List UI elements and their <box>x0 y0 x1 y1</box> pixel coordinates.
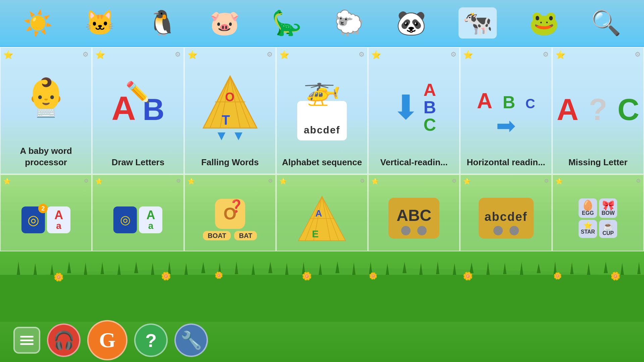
cell-train-word[interactable]: ⭐ ⚙ abcdef <box>460 174 552 251</box>
falling-words-image: O T ▼ ▼ <box>197 60 264 154</box>
flash-cards-2-image: ◎ A a <box>113 187 162 243</box>
cell-label-horizontal-reading: Horizontal readin... <box>466 154 547 172</box>
svg-marker-49 <box>537 263 541 273</box>
gear-icon[interactable]: ⚙ <box>84 178 89 185</box>
svg-marker-32 <box>252 263 255 275</box>
svg-marker-53 <box>604 262 608 273</box>
cell-falling-words[interactable]: ⭐ ⚙ O T <box>184 47 276 174</box>
gear-icon[interactable]: ⚙ <box>636 178 641 185</box>
svg-marker-27 <box>168 261 171 274</box>
gear-icon[interactable]: ⚙ <box>543 50 549 60</box>
cell-word-pictures[interactable]: ⭐ ⚙ 🥚 EGG 🎀 BOW ⭐ <box>552 174 644 251</box>
svg-marker-29 <box>201 262 205 273</box>
star-icon: ⭐ <box>187 50 198 60</box>
bottom-nav-bar: 🎧 G ? 🔧 <box>0 318 644 362</box>
gear-icon[interactable]: ⚙ <box>450 50 457 60</box>
cell-flash-cards-2[interactable]: ⭐ ⚙ ◎ A a <box>92 174 184 251</box>
top-icon-panda[interactable]: 🐼 <box>396 9 426 37</box>
top-icon-pig[interactable]: 🐷 <box>210 9 240 37</box>
cell-odd-one-out[interactable]: ⭐ ⚙ O ❓ BOAT BAT <box>184 174 276 251</box>
gear-icon[interactable]: ⚙ <box>360 178 365 185</box>
top-icon-magnifier[interactable]: 🔍 <box>591 9 621 37</box>
top-icon-sun[interactable]: ☀️ <box>23 11 53 35</box>
svg-marker-37 <box>335 261 339 273</box>
settings-button[interactable]: 🔧 <box>174 323 208 357</box>
help-button[interactable]: ? <box>134 323 168 357</box>
top-icon-cow[interactable]: 🐄 <box>459 7 497 39</box>
gear-icon[interactable]: ⚙ <box>267 50 273 60</box>
svg-text:🌼: 🌼 <box>553 272 562 280</box>
svg-marker-31 <box>235 261 238 274</box>
star-icon: ⭐ <box>3 178 11 185</box>
gear-icon[interactable]: ⚙ <box>635 50 641 60</box>
pyramid-letters-image: A E <box>295 187 349 248</box>
svg-text:E: E <box>312 228 319 239</box>
svg-marker-25 <box>134 262 138 273</box>
svg-marker-42 <box>419 263 423 275</box>
svg-marker-47 <box>503 263 506 274</box>
svg-marker-48 <box>520 262 523 275</box>
grid-container: ⭐ ⚙ 👶 ⌨️ A baby word processor ⭐ ⚙ <box>0 47 644 251</box>
svg-marker-45 <box>470 262 474 273</box>
gear-icon[interactable]: ⚙ <box>83 50 89 60</box>
star-icon: ⭐ <box>463 178 471 185</box>
gear-icon[interactable]: ⚙ <box>359 50 365 60</box>
horizontal-arrow-image: A B C ➡ <box>477 60 535 154</box>
svg-marker-34 <box>285 263 288 275</box>
cell-label-flash-cards-2 <box>137 243 139 249</box>
main-area: ⭐ ⚙ 👶 ⌨️ A baby word processor ⭐ ⚙ <box>0 47 644 362</box>
svg-marker-23 <box>101 262 104 274</box>
svg-text:🌼: 🌼 <box>161 271 171 281</box>
word-pictures-image: 🥚 EGG 🎀 BOW ⭐ STAR ☕ C <box>575 187 621 243</box>
cell-alphabet-sequence[interactable]: ⭐ ⚙ 🚁 abcdef Alphabet sequence <box>276 47 368 174</box>
svg-marker-20 <box>50 264 54 275</box>
top-icon-dragon[interactable]: 🦕 <box>272 9 302 37</box>
svg-text:🌼: 🌼 <box>215 271 223 279</box>
gear-icon[interactable]: ⚙ <box>175 50 181 60</box>
cell-header: ⭐ ⚙ <box>369 50 459 60</box>
game-row-2: ⭐ ⚙ ◎ 2 A a <box>0 174 644 251</box>
cell-train-abc[interactable]: ⭐ ⚙ ABC <box>368 174 460 251</box>
svg-marker-51 <box>570 262 574 274</box>
cell-horizontal-reading[interactable]: ⭐ ⚙ A B C ➡ Horizontal readin... <box>460 47 552 174</box>
cell-header: ⭐ ⚙ <box>1 178 91 185</box>
headphones-button[interactable]: 🎧 <box>47 323 80 357</box>
cell-header: ⭐ ⚙ <box>93 50 183 60</box>
svg-marker-22 <box>84 262 87 275</box>
gear-icon[interactable]: ⚙ <box>268 178 273 185</box>
top-icon-frog[interactable]: 🐸 <box>529 9 559 37</box>
cell-draw-letters[interactable]: ⭐ ⚙ A B ✏️ Draw Letters <box>92 47 184 174</box>
gear-icon[interactable]: ⚙ <box>544 178 549 185</box>
missing-letter-image: A ? C <box>557 60 639 154</box>
star-icon: ⭐ <box>463 50 473 60</box>
star-icon: ⭐ <box>371 50 381 60</box>
game-row-1: ⭐ ⚙ 👶 ⌨️ A baby word processor ⭐ ⚙ <box>0 47 644 174</box>
cell-pyramid-letters[interactable]: ⭐ ⚙ A E <box>276 174 368 251</box>
cell-vertical-reading[interactable]: ⭐ ⚙ ⬇ A B C Vertical-readin <box>368 47 460 174</box>
gear-icon[interactable]: ⚙ <box>176 178 181 185</box>
star-icon: ⭐ <box>187 178 195 185</box>
svg-marker-30 <box>218 262 221 275</box>
cell-label-draw-letters: Draw Letters <box>110 154 166 172</box>
top-icon-cat[interactable]: 🐱 <box>85 9 115 37</box>
star-icon: ⭐ <box>555 178 563 185</box>
star-icon: ⭐ <box>279 178 287 185</box>
cell-flash-cards-1[interactable]: ⭐ ⚙ ◎ 2 A a <box>0 174 92 251</box>
gear-icon[interactable]: ⚙ <box>452 178 457 185</box>
cell-header: ⭐ ⚙ <box>461 50 551 60</box>
svg-marker-50 <box>553 261 557 275</box>
star-icon: ⭐ <box>371 178 379 185</box>
cell-label-odd-one-out <box>229 243 231 249</box>
cell-header: ⭐ ⚙ <box>369 178 459 185</box>
cell-baby-word-processor[interactable]: ⭐ ⚙ 👶 ⌨️ A baby word processor <box>0 47 92 174</box>
svg-marker-54 <box>621 263 624 275</box>
svg-marker-38 <box>352 262 356 275</box>
cell-label-falling-words: Falling Words <box>200 154 260 172</box>
top-icon-sheep[interactable]: 🐑 <box>334 9 364 37</box>
google-button[interactable]: G <box>87 320 127 360</box>
cell-missing-letter[interactable]: ⭐ ⚙ A ? C Missing Letter <box>552 47 644 174</box>
svg-marker-28 <box>184 263 188 275</box>
star-icon: ⭐ <box>95 50 105 60</box>
menu-button[interactable] <box>13 327 40 354</box>
top-icon-penguin[interactable]: 🐧 <box>147 9 177 37</box>
